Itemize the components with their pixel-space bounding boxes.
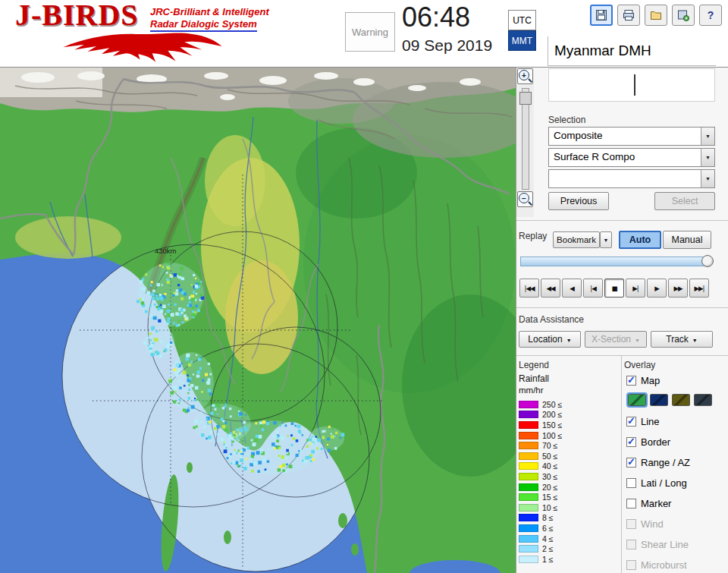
stop-button[interactable]: ■ <box>604 279 624 298</box>
map-color-swatch-2[interactable] <box>672 394 690 406</box>
replay-timeline-slider[interactable] <box>520 257 710 266</box>
overlay-item-shear-line[interactable]: Shear Line <box>626 537 726 551</box>
auto-mode-button[interactable]: Auto <box>619 231 661 249</box>
warning-label: Warning <box>352 27 388 38</box>
unchecked-checkbox[interactable] <box>626 519 636 529</box>
overlay-item-label: Wind <box>641 518 664 530</box>
legend-swatch <box>519 483 538 491</box>
checked-checkbox[interactable]: ✓ <box>626 417 636 427</box>
overlay-item-label: Range / AZ <box>641 457 690 468</box>
select-button[interactable]: Select <box>654 192 715 210</box>
legend-row: 6 ≤ <box>519 523 619 534</box>
bookmark-button[interactable]: Bookmark <box>553 231 600 248</box>
radar-map-svg[interactable]: 430km <box>0 67 516 573</box>
legend-panel: Rainfall mm/hr 250 ≤200 ≤150 ≤100 ≤70 ≤5… <box>519 373 619 565</box>
legend-row: 1 ≤ <box>519 554 619 565</box>
button-label: Track <box>666 334 689 345</box>
divider <box>516 307 728 308</box>
step-back-button[interactable]: ◀ <box>562 279 582 298</box>
jump-end-button[interactable]: ▶▶| <box>689 279 709 298</box>
previous-button[interactable]: Previous <box>548 192 609 210</box>
zoom-in-button[interactable]: + <box>517 68 533 84</box>
print-button[interactable] <box>617 5 640 26</box>
fast-forward-button[interactable]: ▶▶ <box>668 279 688 298</box>
overlay-item-range-az[interactable]: ✓Range / AZ <box>626 455 726 469</box>
unchecked-checkbox[interactable] <box>626 540 636 549</box>
legend-swatch <box>519 504 538 512</box>
overlay-item-label: Line <box>641 416 660 427</box>
data-assistance-label: Data Assistance <box>519 314 584 325</box>
zoom-slider-thumb[interactable] <box>519 92 532 105</box>
map-color-row <box>626 394 726 408</box>
option-dropdown[interactable]: ▼ <box>548 169 715 188</box>
track-button[interactable]: Track▼ <box>651 331 713 348</box>
checked-checkbox[interactable]: ✓ <box>626 437 636 447</box>
help-button[interactable]: ? <box>699 5 722 26</box>
mmt-button[interactable]: MMT <box>508 30 536 51</box>
map-color-swatch-3[interactable] <box>694 394 712 406</box>
radar-map[interactable]: 430km <box>0 67 516 573</box>
rewind-button[interactable]: ◀◀ <box>541 279 560 298</box>
chevron-down-icon[interactable]: ▼ <box>701 149 714 166</box>
next-frame-button[interactable]: ▶| <box>626 279 645 298</box>
prev-frame-button[interactable]: |◀ <box>583 279 603 298</box>
divider <box>621 355 622 573</box>
help-icon: ? <box>704 8 717 22</box>
legend-value: 30 ≤ <box>542 472 557 481</box>
overlay-item-map[interactable]: ✓Map <box>626 373 726 387</box>
legend-row: 40 ≤ <box>519 461 619 472</box>
replay-slider-handle[interactable] <box>701 255 714 267</box>
overlay-item-wind[interactable]: Wind <box>626 517 726 530</box>
legend-swatch <box>519 411 538 418</box>
jump-start-button[interactable]: |◀◀ <box>519 279 539 298</box>
product-dropdown[interactable]: Surface R Compo ▼ <box>548 148 715 167</box>
x-section-button[interactable]: X-Section▼ <box>585 331 647 348</box>
chevron-down-icon[interactable]: ▼ <box>600 231 612 248</box>
overlay-item-border[interactable]: ✓Border <box>626 435 726 449</box>
save-icon <box>595 8 608 22</box>
folder-icon <box>649 8 663 22</box>
range-ring-label: 430km <box>155 247 177 255</box>
warning-button[interactable]: Warning <box>345 12 395 52</box>
selection-section-label: Selection <box>548 115 585 125</box>
divider <box>516 220 728 221</box>
zoom-out-button[interactable]: − <box>517 191 533 207</box>
chevron-down-icon[interactable]: ▼ <box>701 170 714 187</box>
station-label-box: Myanmar DMH <box>548 36 716 66</box>
map-color-swatch-0[interactable] <box>628 394 646 406</box>
overlay-item-line[interactable]: ✓Line <box>626 414 726 428</box>
utc-button[interactable]: UTC <box>508 10 536 30</box>
checked-checkbox[interactable]: ✓ <box>626 458 636 468</box>
manual-mode-button[interactable]: Manual <box>663 231 711 249</box>
step-forward-button[interactable]: ▶ <box>647 279 667 298</box>
legend-value: 50 ≤ <box>542 452 557 461</box>
overlay-item-lati-long[interactable]: Lati / Long <box>626 476 726 490</box>
legend-value: 8 ≤ <box>542 513 554 522</box>
overlay-item-label: Microburst <box>641 559 687 571</box>
overlay-item-marker[interactable]: Marker <box>626 496 726 510</box>
unchecked-checkbox[interactable] <box>626 560 636 570</box>
chevron-down-icon: ▼ <box>566 338 572 343</box>
control-sidebar: Selection Composite ▼ Surface R Compo ▼ … <box>516 67 728 573</box>
text-input[interactable] <box>548 68 715 102</box>
save-button[interactable] <box>590 5 613 26</box>
folder-button[interactable] <box>645 5 667 26</box>
export-button[interactable] <box>672 5 695 26</box>
overlay-item-label: Lati / Long <box>641 477 687 489</box>
unchecked-checkbox[interactable] <box>626 499 636 508</box>
composite-dropdown[interactable]: Composite ▼ <box>548 127 715 146</box>
overlay-item-microburst[interactable]: Microburst <box>626 558 726 571</box>
chevron-down-icon[interactable]: ▼ <box>701 128 714 145</box>
checked-checkbox[interactable]: ✓ <box>626 376 636 386</box>
overlay-item-label: Shear Line <box>641 539 689 550</box>
legend-row: 4 ≤ <box>519 534 619 544</box>
legend-swatch <box>519 432 538 439</box>
playback-controls: |◀◀◀◀◀|◀■▶|▶▶▶▶▶| <box>519 279 709 298</box>
unchecked-checkbox[interactable] <box>626 478 636 488</box>
location-button[interactable]: Location▼ <box>519 331 581 348</box>
legend-value: 250 ≤ <box>542 400 562 409</box>
map-color-swatch-1[interactable] <box>650 394 668 406</box>
legend-row: 150 ≤ <box>519 420 619 430</box>
composite-dropdown-value: Composite <box>554 130 603 141</box>
legend-value: 20 ≤ <box>542 483 557 492</box>
